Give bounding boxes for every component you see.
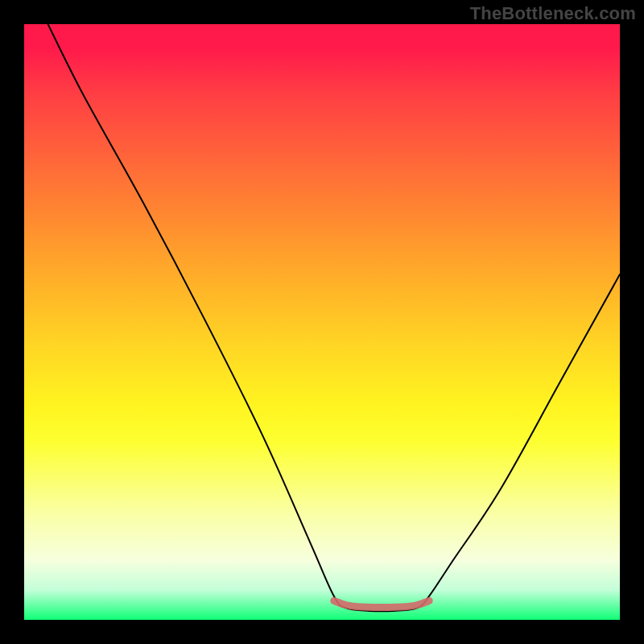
curve-layer — [24, 24, 620, 620]
chart-frame: TheBottleneck.com — [0, 0, 644, 644]
series-optimal-band — [334, 601, 429, 607]
watermark-text: TheBottleneck.com — [470, 3, 636, 24]
series-bottleneck-curve — [48, 24, 620, 611]
plot-area — [24, 24, 620, 620]
